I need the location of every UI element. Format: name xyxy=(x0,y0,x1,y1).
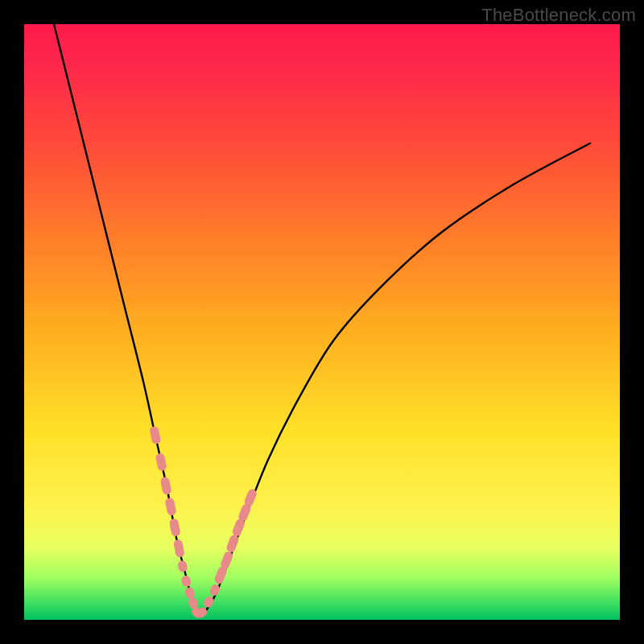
marker xyxy=(177,559,188,572)
chart-svg xyxy=(24,24,620,620)
marker xyxy=(155,452,167,472)
outer-frame: TheBottleneck.com xyxy=(0,0,644,644)
marker xyxy=(159,477,171,496)
highlighted-points xyxy=(149,426,258,620)
bottleneck-curve xyxy=(54,24,590,616)
attribution-text: TheBottleneck.com xyxy=(481,5,636,26)
plot-area xyxy=(24,24,620,620)
marker xyxy=(149,426,162,445)
marker xyxy=(169,518,181,537)
marker xyxy=(180,575,192,588)
marker xyxy=(173,539,185,558)
marker xyxy=(164,497,176,516)
